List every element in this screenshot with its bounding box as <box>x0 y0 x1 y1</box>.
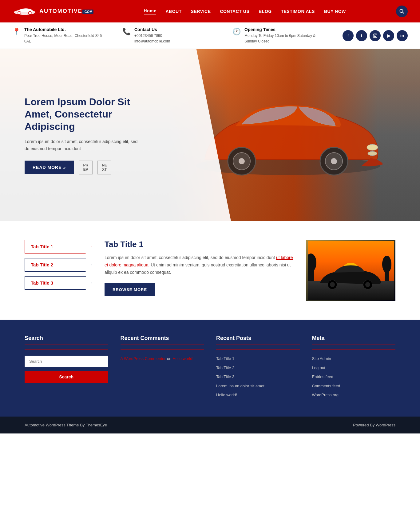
hours-detail: Monday To Friday 10am to 6pm Saturday & … <box>244 33 324 44</box>
next-button[interactable]: NE XT <box>97 161 111 174</box>
footer-comments-col: Recent Comments A WordPress Commenter on… <box>121 335 204 401</box>
svg-point-25 <box>330 282 335 287</box>
nav-contact[interactable]: CONTACT US <box>220 9 249 14</box>
tabs-nav: Tab Title 1 Tab Title 2 Tab Title 3 <box>25 240 92 290</box>
svg-point-23 <box>382 256 391 273</box>
hero-buttons: READ MORE » PR EV NE XT <box>25 161 138 174</box>
tab-1[interactable]: Tab Title 1 <box>25 240 92 254</box>
footer-post-2[interactable]: Tab Title 2 <box>216 365 300 371</box>
clock-icon: 🕐 <box>232 28 241 36</box>
contact-detail: +00123456 7890 info@automobile.com <box>134 33 170 44</box>
footer-comment-item: A WordPress Commenter on Hello world! <box>121 356 204 361</box>
svg-point-11 <box>239 158 245 164</box>
nav-home[interactable]: Home <box>144 8 157 14</box>
nav-service[interactable]: SERVICE <box>191 9 211 14</box>
svg-point-6 <box>374 35 376 37</box>
footer-search-title: Search <box>25 335 108 345</box>
info-bar: 📍 The Automobile Ltd. Pear Tree House, M… <box>0 22 420 49</box>
comment-author[interactable]: A WordPress Commenter <box>121 356 166 361</box>
logo-dot: .COM <box>82 10 94 14</box>
svg-line-4 <box>403 12 404 14</box>
search-button[interactable] <box>396 6 408 17</box>
address-detail: Pear Tree House, Moor Road, Chesterfield… <box>24 33 104 44</box>
prev-button[interactable]: PR EV <box>79 161 93 174</box>
svg-point-14 <box>331 158 337 164</box>
main-nav: Home ABOUT SERVICE CONTACT US BLOG TESTI… <box>144 8 346 14</box>
hours-info: 🕐 Opening Times Monday To Friday 10am to… <box>232 27 333 44</box>
bottom-bar: Automotive WordPress Theme By ThemesEye … <box>0 417 420 433</box>
footer-post-1[interactable]: Tab Title 1 <box>216 356 300 362</box>
footer-meta-col: Meta Site Admin Log out Entries feed Com… <box>312 335 396 401</box>
footer-post-4[interactable]: Lorem ipsum dolor sit amet <box>216 383 300 389</box>
svg-point-15 <box>367 144 378 150</box>
youtube-icon[interactable]: ▶ <box>383 30 394 41</box>
tab-image <box>306 240 395 301</box>
tabs-section: Tab Title 1 Tab Title 2 Tab Title 3 Tab … <box>0 221 420 320</box>
instagram-icon[interactable] <box>370 30 381 41</box>
tab-content-text: Lorem ipsum dolor sit amet, consectetur … <box>105 254 294 276</box>
tab-1-label: Tab Title 1 <box>31 244 53 249</box>
social-icons: f t ▶ in <box>343 30 408 41</box>
nav-blog[interactable]: BLOG <box>259 9 271 14</box>
footer-posts-title: Recent Posts <box>216 335 300 345</box>
footer-comments-divider <box>121 349 204 349</box>
nav-testimonials[interactable]: TESTIMONIALS <box>281 9 315 14</box>
bottom-right-text: Powered By WordPress <box>353 423 395 427</box>
svg-point-2 <box>28 11 31 14</box>
location-icon: 📍 <box>12 28 21 36</box>
svg-rect-18 <box>308 281 394 300</box>
tab-car-image <box>308 241 394 300</box>
tab-3[interactable]: Tab Title 3 <box>25 276 92 290</box>
read-more-button[interactable]: READ MORE » <box>25 161 74 174</box>
svg-point-3 <box>400 9 403 12</box>
footer-search-input[interactable] <box>25 356 108 367</box>
facebook-icon[interactable]: f <box>343 30 354 41</box>
tab-3-label: Tab Title 3 <box>31 280 53 285</box>
hours-title: Opening Times <box>244 27 324 32</box>
svg-point-7 <box>376 34 377 35</box>
linkedin-icon[interactable]: in <box>397 30 408 41</box>
hero-title: Lorem Ipsum Dolor Sit Amet, Consectetur … <box>25 96 138 133</box>
footer-post-5[interactable]: Hello world! <box>216 392 300 398</box>
browse-more-button[interactable]: BROWSE MORE <box>105 283 155 296</box>
address-info: 📍 The Automobile Ltd. Pear Tree House, M… <box>12 27 113 44</box>
contact-title: Contact Us <box>134 27 170 32</box>
footer-posts-col: Recent Posts Tab Title 1 Tab Title 2 Tab… <box>216 335 300 401</box>
comment-post[interactable]: Hello world! <box>172 356 193 361</box>
footer-meta-comments[interactable]: Comments feed <box>312 383 396 389</box>
hero-subtitle: Lorem ipsum dolor sit amet, consectetur … <box>25 138 138 152</box>
footer-search-col: Search Search <box>25 335 108 401</box>
tab-content-area: Tab Title 1 Lorem ipsum dolor sit amet, … <box>105 240 294 296</box>
twitter-icon[interactable]: t <box>356 30 367 41</box>
svg-point-27 <box>365 282 370 287</box>
footer-posts-divider <box>216 349 300 349</box>
tab-content-title: Tab Title 1 <box>105 240 294 249</box>
footer-meta-title: Meta <box>312 335 396 345</box>
footer-post-3[interactable]: Tab Title 3 <box>216 374 300 380</box>
logo-text: AUTOMOTIVE <box>39 8 82 14</box>
footer-meta-entries[interactable]: Entries feed <box>312 374 396 380</box>
footer-search-button[interactable]: Search <box>25 371 108 383</box>
svg-point-1 <box>18 11 21 14</box>
svg-point-16 <box>368 151 377 156</box>
footer-meta-wordpress[interactable]: WordPress.org <box>312 392 396 398</box>
site-header: AUTOMOTIVE.COM Home ABOUT SERVICE CONTAC… <box>0 0 420 22</box>
phone-icon: 📞 <box>122 28 131 36</box>
footer-meta-logout[interactable]: Log out <box>312 365 396 371</box>
footer-meta-siteadmin[interactable]: Site Admin <box>312 356 396 362</box>
footer-comments-title: Recent Comments <box>121 335 204 345</box>
contact-info: 📞 Contact Us +00123456 7890 info@automob… <box>122 27 223 44</box>
tab-2-label: Tab Title 2 <box>31 262 53 267</box>
tab-2[interactable]: Tab Title 2 <box>25 258 92 272</box>
nav-buynow[interactable]: BUY NOW <box>324 9 346 14</box>
footer-meta-divider <box>312 349 396 349</box>
hero-content: Lorem Ipsum Dolor Sit Amet, Consectetur … <box>0 77 163 193</box>
hero-section: Lorem Ipsum Dolor Sit Amet, Consectetur … <box>0 49 420 221</box>
site-footer: Search Search Recent Comments A WordPres… <box>0 320 420 417</box>
footer-search-divider <box>25 349 108 349</box>
address-title: The Automobile Ltd. <box>24 27 104 32</box>
nav-about[interactable]: ABOUT <box>165 9 181 14</box>
tab-content-link[interactable]: ut labore et dolore magna aliqua <box>105 255 293 267</box>
bottom-left-text: Automotive WordPress Theme By ThemesEye <box>25 423 107 427</box>
logo[interactable]: AUTOMOTIVE.COM <box>12 7 93 16</box>
